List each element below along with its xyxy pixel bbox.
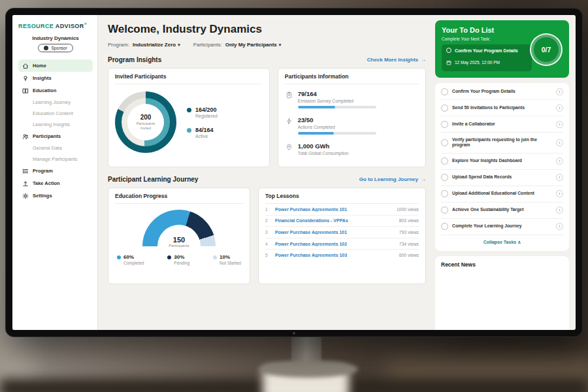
- participants-filter: Participants: Only My Participants ▾: [193, 42, 282, 48]
- task-row[interactable]: Upload Spend Data Records ›: [441, 170, 563, 186]
- sidebar-item-learning-insights[interactable]: Learning Insights: [18, 119, 93, 130]
- lesson-link[interactable]: Power Purchase Agreements 103: [275, 253, 395, 257]
- arrow-right-icon: →: [421, 176, 426, 182]
- sidebar-item-general-data[interactable]: General Data: [18, 142, 93, 154]
- todo-next-task-box[interactable]: Confirm Your Program Details 12 May 2025…: [442, 44, 532, 71]
- task-row[interactable]: Confirm Your Program Details ›: [441, 84, 563, 100]
- sponsor-badge[interactable]: Sponsor: [38, 44, 73, 52]
- program-filter: Program: Industrialize Zero ▾: [108, 42, 180, 48]
- legend-label: Completed: [123, 261, 144, 265]
- checkbox-circle-icon[interactable]: [441, 190, 448, 197]
- todo-header-card: Your To Do List Complete Your Next Task:…: [435, 20, 569, 78]
- sidebar-item-label: Education Content: [33, 110, 73, 116]
- link-label: Check More Insights: [367, 57, 418, 63]
- arrow-right-icon: →: [421, 57, 426, 63]
- task-row[interactable]: Upload Additional Educational Content ›: [441, 186, 563, 203]
- go-to-learning-journey-link[interactable]: Go to Learning Journey →: [359, 176, 426, 182]
- recent-news-card: Recent News: [435, 256, 569, 330]
- sponsor-label: Sponsor: [51, 46, 67, 50]
- legend-item: 84/164 Active: [187, 127, 218, 139]
- chevron-right-icon[interactable]: ›: [556, 157, 563, 165]
- program-filter-dropdown[interactable]: Industrialize Zero ▾: [133, 42, 180, 48]
- chevron-right-icon[interactable]: ›: [556, 206, 563, 214]
- insights-cards-row: Invited Participants 200 Participants In…: [108, 68, 426, 167]
- lesson-rank: 1: [265, 207, 270, 212]
- lesson-views: 600 views: [399, 253, 419, 257]
- filters-bar: Program: Industrialize Zero ▾ Participan…: [108, 42, 426, 48]
- chevron-right-icon[interactable]: ›: [556, 174, 563, 181]
- task-label: Explore Your Insights Dashboard: [452, 158, 552, 164]
- invited-donut-ring-outer: 200 Participants Invited: [115, 91, 176, 153]
- legend-label: Active: [195, 134, 214, 139]
- checkbox-circle-icon[interactable]: [441, 206, 448, 214]
- collapse-tasks-button[interactable]: Collapse Tasks ∧: [441, 235, 563, 250]
- program-insights-header: Program Insights Check More Insights →: [108, 56, 426, 63]
- chevron-right-icon[interactable]: ›: [556, 223, 563, 230]
- sidebar-item-settings[interactable]: Settings: [18, 189, 93, 202]
- sidebar-item-learning-journey[interactable]: Learning Journey: [18, 97, 93, 108]
- sidebar-item-insights[interactable]: Insights: [18, 72, 93, 84]
- sidebar-item-education-content[interactable]: Education Content: [18, 108, 93, 119]
- chevron-right-icon[interactable]: ›: [556, 139, 563, 146]
- sidebar-item-take-action[interactable]: Take Action: [18, 177, 93, 189]
- chevron-down-icon: ▾: [178, 42, 180, 48]
- page-title: Welcome, Industry Dynamics: [108, 23, 426, 36]
- learning-cards-row: Education Progress 150 Participants: [108, 188, 426, 284]
- card-title: Top Lessons: [265, 193, 419, 204]
- sidebar-item-label: Learning Insights: [33, 122, 70, 127]
- task-label: Complete Your Learning Journey: [452, 223, 552, 229]
- task-row[interactable]: Invite a Collaborator ›: [441, 116, 563, 133]
- sidebar-item-program[interactable]: Program: [18, 165, 93, 177]
- sidebar-item-manage-participants[interactable]: Manage Participants: [18, 154, 93, 165]
- checkbox-circle-icon[interactable]: [441, 139, 448, 146]
- lesson-rank: 4: [265, 242, 270, 246]
- sidebar-item-label: Education: [33, 88, 56, 93]
- lesson-link[interactable]: Financial Considerations - VPPAs: [275, 218, 395, 223]
- sidebar-item-label: Manage Participants: [33, 156, 77, 162]
- lesson-rank: 2: [265, 218, 270, 223]
- chevron-right-icon[interactable]: ›: [556, 190, 563, 197]
- sidebar-item-label: Participants: [33, 133, 61, 139]
- lesson-row: 2 Financial Considerations - VPPAs 803 v…: [265, 216, 419, 227]
- task-row[interactable]: Explore Your Insights Dashboard ›: [441, 154, 563, 170]
- info-progress-track: [298, 132, 376, 135]
- todo-due-date: 12 May 2025, 12:00 PM: [455, 60, 500, 65]
- task-row[interactable]: Verify participants requesting to join t…: [441, 133, 563, 154]
- task-label: Upload Spend Data Records: [452, 174, 552, 180]
- legend-item: 30% Pending: [167, 254, 189, 265]
- info-progress-fill-1: [298, 132, 334, 135]
- sidebar-item-education[interactable]: Education: [18, 84, 93, 97]
- sidebar-item-participants[interactable]: Participants: [18, 130, 93, 142]
- gauge-center-value: 150: [142, 236, 216, 244]
- legend-item: 10% Not Started: [213, 254, 241, 265]
- card-title: Participants Information: [285, 73, 419, 84]
- legend-label: Pending: [174, 261, 189, 265]
- bulb-icon: [22, 75, 29, 82]
- chevron-right-icon[interactable]: ›: [556, 121, 563, 128]
- participants-filter-dropdown[interactable]: Only My Participants ▾: [225, 42, 282, 48]
- desk-surface: [0, 379, 588, 392]
- checkbox-circle-icon[interactable]: [446, 48, 451, 53]
- sidebar-item-home[interactable]: Home: [18, 59, 93, 72]
- book-icon: [22, 88, 29, 94]
- checkbox-circle-icon[interactable]: [441, 174, 448, 181]
- chevron-up-icon: ∧: [517, 240, 521, 244]
- lesson-link[interactable]: Power Purchase Agreements 101: [275, 207, 392, 212]
- checkbox-circle-icon[interactable]: [441, 157, 448, 165]
- chevron-right-icon[interactable]: ›: [556, 105, 563, 112]
- lesson-link[interactable]: Power Purchase Agreements 102: [275, 242, 395, 246]
- org-name: Industry Dynamics: [18, 35, 93, 41]
- checkbox-circle-icon[interactable]: [441, 105, 448, 112]
- task-row[interactable]: Complete Your Learning Journey ›: [441, 219, 563, 235]
- lesson-link[interactable]: Power Purchase Agreements 101: [275, 230, 395, 235]
- task-row[interactable]: Achieve One Sustainability Target ›: [441, 203, 563, 219]
- checkbox-circle-icon[interactable]: [441, 223, 448, 230]
- check-more-insights-link[interactable]: Check More Insights →: [367, 57, 426, 63]
- checkbox-circle-icon[interactable]: [441, 88, 448, 95]
- legend-item: 164/200 Registered: [187, 106, 218, 118]
- upload-icon: [22, 180, 29, 187]
- task-row[interactable]: Send 50 Invitations to Participants ›: [441, 100, 563, 116]
- task-label: Send 50 Invitations to Participants: [452, 105, 552, 111]
- checkbox-circle-icon[interactable]: [441, 121, 448, 128]
- chevron-right-icon[interactable]: ›: [556, 88, 563, 95]
